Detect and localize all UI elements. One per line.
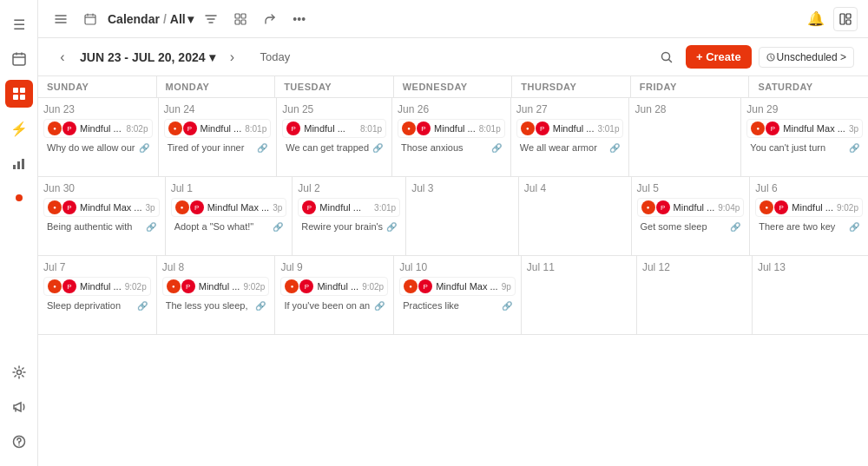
sidebar-notification-dot bbox=[16, 194, 23, 201]
search-button[interactable] bbox=[654, 45, 679, 69]
calendar-event[interactable]: ●PMindful ...9:02p bbox=[43, 277, 151, 296]
filter-icon[interactable] bbox=[199, 7, 223, 31]
create-button[interactable]: + Create bbox=[686, 45, 752, 69]
prev-button[interactable]: ‹ bbox=[52, 47, 73, 68]
day-number: Jul 3 bbox=[411, 182, 513, 194]
sidebar-megaphone-icon[interactable] bbox=[5, 393, 33, 421]
pinterest-icon: P bbox=[302, 200, 316, 214]
event-title: Mindful Max ... bbox=[783, 123, 845, 134]
all-label: All bbox=[170, 12, 186, 26]
calendar-event[interactable]: PMindful ...3:01p bbox=[298, 198, 400, 217]
header-tuesday: TUESDAY bbox=[275, 76, 394, 97]
next-button[interactable]: › bbox=[222, 47, 243, 68]
calendar-body: Jun 23●PMindful ...8:02pWhy do we allow … bbox=[38, 98, 868, 335]
link-icon[interactable]: 🔗 bbox=[255, 301, 266, 311]
svg-rect-18 bbox=[846, 20, 851, 24]
pinterest-icon: P bbox=[181, 279, 195, 293]
event-title: Mindful ... bbox=[80, 281, 122, 292]
event-title: Mindful ... bbox=[319, 202, 371, 213]
event-title: Mindful ... bbox=[80, 123, 122, 134]
calendar-event[interactable]: ●PMindful ...8:02p bbox=[43, 119, 153, 138]
link-icon[interactable]: 🔗 bbox=[502, 301, 512, 311]
share-icon[interactable] bbox=[258, 7, 282, 31]
pinterest-icon: P bbox=[766, 121, 779, 135]
more-icon[interactable]: ••• bbox=[287, 7, 312, 31]
sidebar-help-icon[interactable] bbox=[5, 428, 33, 456]
link-icon[interactable]: 🔗 bbox=[386, 222, 397, 232]
topbar-right: 🔔 bbox=[807, 7, 858, 31]
pinterest-icon: P bbox=[62, 121, 76, 135]
sidebar-chart-icon[interactable] bbox=[5, 149, 33, 177]
calendar-event[interactable]: ●PMindful Max ...3p bbox=[43, 198, 160, 217]
grid-view-icon[interactable] bbox=[228, 7, 253, 31]
sidebar-menu-icon[interactable]: ☰ bbox=[5, 10, 33, 38]
link-icon[interactable]: 🔗 bbox=[137, 301, 148, 311]
sidebar-lightning-icon[interactable]: ⚡ bbox=[5, 115, 33, 142]
event-icons: ●P bbox=[404, 279, 432, 293]
event-icons: ●P bbox=[285, 279, 313, 293]
day-cell: Jul 1●PMindful Max ...3pAdopt a "So what… bbox=[166, 177, 293, 255]
date-range[interactable]: JUN 23 - JUL 20, 2024 ▾ bbox=[80, 50, 215, 64]
event-time: 9:04p bbox=[718, 203, 740, 213]
svg-rect-17 bbox=[846, 14, 851, 18]
svg-rect-11 bbox=[85, 15, 95, 24]
link-icon[interactable]: 🔗 bbox=[146, 222, 156, 232]
sidebar-settings-icon[interactable] bbox=[5, 358, 33, 386]
calendar-note: We all wear armor🔗 bbox=[516, 141, 624, 154]
source-icon: ● bbox=[175, 200, 189, 214]
sidebar-active-icon[interactable] bbox=[5, 80, 33, 108]
event-time: 3:01p bbox=[374, 203, 396, 213]
link-icon[interactable]: 🔗 bbox=[730, 222, 740, 232]
unscheduled-button[interactable]: Unscheduled > bbox=[759, 47, 854, 68]
event-icons: ●P bbox=[48, 121, 76, 135]
link-icon[interactable]: 🔗 bbox=[849, 143, 859, 153]
calendar-event[interactable]: ●PMindful ...8:01p bbox=[398, 119, 505, 138]
link-icon[interactable]: 🔗 bbox=[374, 301, 385, 311]
event-title: Mindful Max ... bbox=[436, 281, 498, 292]
calendar-note: Get some sleep🔗 bbox=[637, 220, 745, 233]
link-icon[interactable]: 🔗 bbox=[139, 143, 149, 153]
day-number: Jun 30 bbox=[43, 182, 160, 194]
source-icon: ● bbox=[521, 121, 535, 135]
calendar-event[interactable]: ●PMindful Max ...9p bbox=[399, 277, 516, 296]
pinterest-icon: P bbox=[183, 121, 197, 135]
day-number: Jul 13 bbox=[758, 261, 863, 273]
day-number: Jul 6 bbox=[755, 182, 863, 194]
link-icon[interactable]: 🔗 bbox=[609, 143, 620, 153]
calendar-event[interactable]: ●PMindful ...9:02p bbox=[280, 277, 388, 296]
link-icon[interactable]: 🔗 bbox=[849, 222, 859, 232]
today-button[interactable]: Today bbox=[253, 47, 298, 67]
event-time: 9:02p bbox=[243, 282, 265, 292]
link-icon[interactable]: 🔗 bbox=[372, 143, 383, 153]
day-number: Jul 8 bbox=[162, 261, 270, 273]
bell-icon[interactable]: 🔔 bbox=[807, 10, 825, 27]
calendar-event[interactable]: PMindful ...8:01p bbox=[282, 119, 386, 138]
link-icon[interactable]: 🔗 bbox=[491, 143, 502, 153]
calendar-icon-small bbox=[78, 7, 102, 31]
event-title: Mindful ... bbox=[434, 123, 476, 134]
day-cell: Jul 7●PMindful ...9:02pSleep deprivation… bbox=[38, 256, 157, 334]
source-icon: ● bbox=[48, 200, 62, 214]
calendar-event[interactable]: ●PMindful ...9:04p bbox=[637, 198, 745, 217]
hamburger-icon[interactable] bbox=[49, 7, 73, 31]
calendar-event[interactable]: ●PMindful ...9:02p bbox=[162, 277, 270, 296]
calendar-event[interactable]: ●PMindful Max ...3p bbox=[171, 198, 287, 217]
topbar: Calendar / All ▾ ••• 🔔 bbox=[38, 0, 868, 38]
note-text: Rewire your brain's bbox=[301, 221, 383, 232]
calendar-grid: SUNDAY MONDAY TUESDAY WEDNESDAY THURSDAY… bbox=[38, 76, 868, 466]
calendar-event[interactable]: ●PMindful ...3:01p bbox=[516, 119, 624, 138]
layout-toggle-icon[interactable] bbox=[833, 7, 858, 31]
link-icon[interactable]: 🔗 bbox=[257, 143, 267, 153]
calendar-event[interactable]: ●PMindful ...8:01p bbox=[164, 119, 272, 138]
day-number: Jun 28 bbox=[635, 103, 735, 115]
day-cell: Jul 5●PMindful ...9:04pGet some sleep🔗 bbox=[632, 177, 751, 255]
note-text: Adopt a "So what!" bbox=[174, 221, 270, 232]
calendar-event[interactable]: ●PMindful ...9:02p bbox=[755, 198, 863, 217]
sidebar-calendar-icon[interactable] bbox=[5, 45, 33, 73]
calendar-event[interactable]: ●PMindful Max ...3p bbox=[746, 119, 863, 138]
all-filter[interactable]: All ▾ bbox=[170, 12, 194, 26]
link-icon[interactable]: 🔗 bbox=[273, 222, 283, 232]
date-range-text: JUN 23 - JUL 20, 2024 bbox=[80, 50, 206, 64]
calendar-note: Sleep deprivation🔗 bbox=[43, 299, 151, 312]
event-title: Mindful ... bbox=[201, 123, 242, 134]
